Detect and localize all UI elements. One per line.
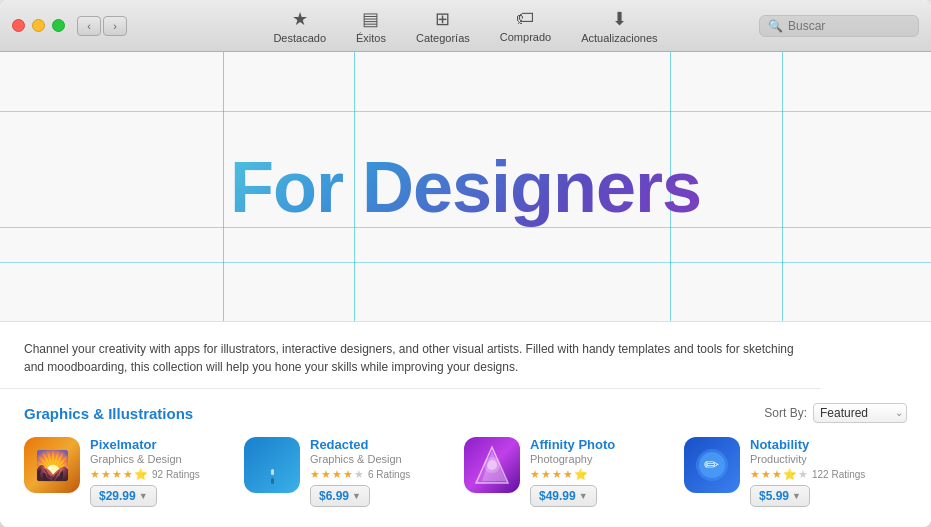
- app-stars-redacted: ★ ★ ★ ★ ★ 6 Ratings: [310, 468, 454, 481]
- price-affinity-photo: $49.99: [539, 489, 576, 503]
- tag-icon: 🏷: [516, 8, 534, 29]
- close-button[interactable]: [12, 19, 25, 32]
- ratings-count-pixelmator: 92 Ratings: [152, 469, 200, 480]
- ratings-count-notability: 122 Ratings: [812, 469, 865, 480]
- app-card-notability: ✏ Notability Productivity ★ ★ ★ ⭐ ★ 122 …: [684, 437, 894, 507]
- app-info-pixelmator: Pixelmator Graphics & Design ★ ★ ★ ★ ⭐ 9…: [90, 437, 234, 507]
- tabs-nav: ★ Destacado ▤ Éxitos ⊞ Categorías 🏷 Comp…: [273, 8, 657, 44]
- description-text: Channel your creativity with apps for il…: [0, 322, 820, 389]
- app-category-notability: Productivity: [750, 453, 894, 465]
- price-btn-redacted[interactable]: $6.99 ▼: [310, 485, 370, 507]
- star1: ★: [530, 468, 540, 481]
- app-stars-notability: ★ ★ ★ ⭐ ★ 122 Ratings: [750, 468, 894, 481]
- star2: ★: [321, 468, 331, 481]
- price-dropdown-icon2: ▼: [352, 491, 361, 501]
- tab-comprado[interactable]: 🏷 Comprado: [500, 8, 551, 43]
- star3: ★: [112, 468, 122, 481]
- star2: ★: [101, 468, 111, 481]
- sort-select-wrapper[interactable]: Featured Most Recent Top Rated: [813, 403, 907, 423]
- titlebar: ‹ › ★ Destacado ▤ Éxitos ⊞ Categorías 🏷 …: [0, 0, 931, 52]
- star5: ★: [354, 468, 364, 481]
- price-redacted: $6.99: [319, 489, 349, 503]
- app-card-pixelmator: Pixelmator Graphics & Design ★ ★ ★ ★ ⭐ 9…: [24, 437, 234, 507]
- minimize-button[interactable]: [32, 19, 45, 32]
- app-icon-redacted[interactable]: [244, 437, 300, 493]
- app-name-affinity-photo[interactable]: Affinity Photo: [530, 437, 674, 452]
- app-category-affinity-photo: Photography: [530, 453, 674, 465]
- sort-by-container: Sort By: Featured Most Recent Top Rated: [764, 403, 907, 423]
- tab-comprado-label: Comprado: [500, 31, 551, 43]
- tab-exitos[interactable]: ▤ Éxitos: [356, 8, 386, 44]
- star4: ★: [343, 468, 353, 481]
- tab-categorias[interactable]: ⊞ Categorías: [416, 8, 470, 44]
- forward-button[interactable]: ›: [103, 16, 127, 36]
- app-stars-affinity-photo: ★ ★ ★ ★ ⭐: [530, 468, 674, 481]
- svg-point-1: [487, 460, 497, 470]
- tab-categorias-label: Categorías: [416, 32, 470, 44]
- tab-destacado[interactable]: ★ Destacado: [273, 8, 326, 44]
- sort-select[interactable]: Featured Most Recent Top Rated: [813, 403, 907, 423]
- star5: ⭐: [574, 468, 588, 481]
- back-button[interactable]: ‹: [77, 16, 101, 36]
- star4: ★: [123, 468, 133, 481]
- app-name-notability[interactable]: Notability: [750, 437, 894, 452]
- sort-by-label: Sort By:: [764, 406, 807, 420]
- hero-title: For Designers: [230, 146, 701, 228]
- price-notability: $5.99: [759, 489, 789, 503]
- app-window: ‹ › ★ Destacado ▤ Éxitos ⊞ Categorías 🏷 …: [0, 0, 931, 527]
- apps-grid: Pixelmator Graphics & Design ★ ★ ★ ★ ⭐ 9…: [0, 433, 931, 527]
- price-dropdown-icon3: ▼: [579, 491, 588, 501]
- price-dropdown-icon: ▼: [139, 491, 148, 501]
- price-btn-notability[interactable]: $5.99 ▼: [750, 485, 810, 507]
- main-content: For Designers Channel your creativity wi…: [0, 52, 931, 527]
- price-btn-affinity-photo[interactable]: $49.99 ▼: [530, 485, 597, 507]
- maximize-button[interactable]: [52, 19, 65, 32]
- app-category-redacted: Graphics & Design: [310, 453, 454, 465]
- star3: ★: [552, 468, 562, 481]
- section-title: Graphics & Illustrations: [24, 405, 193, 422]
- star4: ⭐: [783, 468, 797, 481]
- star1: ★: [90, 468, 100, 481]
- svg-text:✏: ✏: [704, 455, 719, 475]
- download-icon: ⬇: [612, 8, 627, 30]
- ratings-count-redacted: 6 Ratings: [368, 469, 410, 480]
- price-btn-pixelmator[interactable]: $29.99 ▼: [90, 485, 157, 507]
- nav-arrows: ‹ ›: [77, 16, 127, 36]
- app-info-affinity-photo: Affinity Photo Photography ★ ★ ★ ★ ⭐ $49…: [530, 437, 674, 507]
- app-card-affinity-photo: Affinity Photo Photography ★ ★ ★ ★ ⭐ $49…: [464, 437, 674, 507]
- star5: ⭐: [134, 468, 148, 481]
- star-icon: ★: [292, 8, 308, 30]
- section-header: Graphics & Illustrations Sort By: Featur…: [0, 389, 931, 433]
- price-dropdown-icon4: ▼: [792, 491, 801, 501]
- star2: ★: [541, 468, 551, 481]
- app-name-pixelmator[interactable]: Pixelmator: [90, 437, 234, 452]
- app-icon-pixelmator[interactable]: [24, 437, 80, 493]
- traffic-lights: [12, 19, 65, 32]
- star3: ★: [332, 468, 342, 481]
- search-icon: 🔍: [768, 19, 783, 33]
- star1: ★: [750, 468, 760, 481]
- star2: ★: [761, 468, 771, 481]
- app-card-redacted: Redacted Graphics & Design ★ ★ ★ ★ ★ 6 R…: [244, 437, 454, 507]
- star1: ★: [310, 468, 320, 481]
- grid-icon: ⊞: [435, 8, 450, 30]
- price-pixelmator: $29.99: [99, 489, 136, 503]
- app-name-redacted[interactable]: Redacted: [310, 437, 454, 452]
- star5: ★: [798, 468, 808, 481]
- tab-actualizaciones[interactable]: ⬇ Actualizaciones: [581, 8, 657, 44]
- list-icon: ▤: [362, 8, 379, 30]
- search-bar[interactable]: 🔍: [759, 15, 919, 37]
- star3: ★: [772, 468, 782, 481]
- tab-exitos-label: Éxitos: [356, 32, 386, 44]
- hero-banner: For Designers: [0, 52, 931, 322]
- app-category-pixelmator: Graphics & Design: [90, 453, 234, 465]
- tab-destacado-label: Destacado: [273, 32, 326, 44]
- app-info-redacted: Redacted Graphics & Design ★ ★ ★ ★ ★ 6 R…: [310, 437, 454, 507]
- tab-actualizaciones-label: Actualizaciones: [581, 32, 657, 44]
- app-stars-pixelmator: ★ ★ ★ ★ ⭐ 92 Ratings: [90, 468, 234, 481]
- app-icon-notability[interactable]: ✏: [684, 437, 740, 493]
- app-info-notability: Notability Productivity ★ ★ ★ ⭐ ★ 122 Ra…: [750, 437, 894, 507]
- search-input[interactable]: [788, 19, 910, 33]
- star4: ★: [563, 468, 573, 481]
- app-icon-affinity-photo[interactable]: [464, 437, 520, 493]
